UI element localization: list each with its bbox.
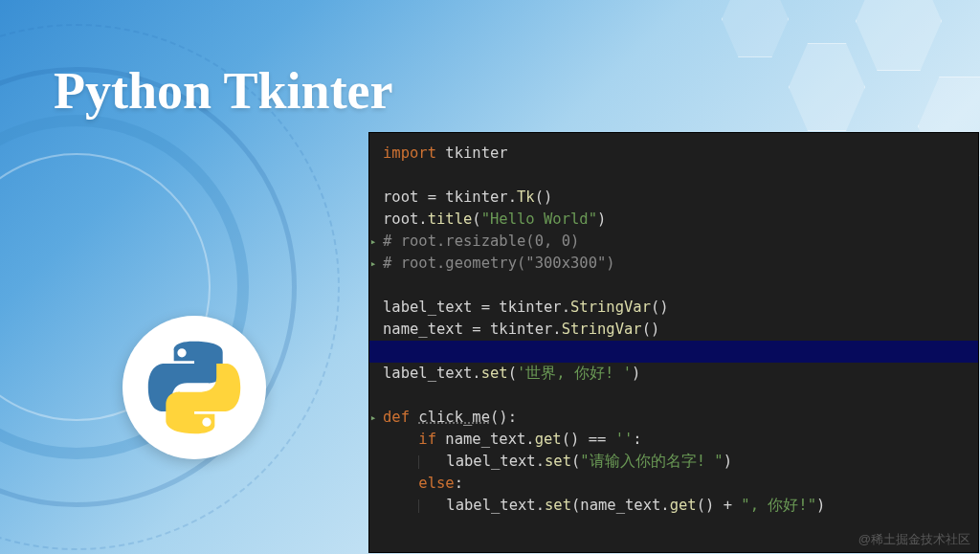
code-line: ▸def click_me():: [369, 407, 978, 429]
code-line: [369, 165, 978, 187]
python-logo-icon: [122, 316, 266, 459]
code-line: label_text = tkinter.StringVar(): [369, 297, 978, 319]
watermark-text: @稀土掘金技术社区: [858, 531, 970, 548]
code-line: if name_text.get() == '':: [369, 429, 978, 451]
hexagon-icon: [722, 0, 789, 57]
code-line: root = tkinter.Tk(): [369, 187, 978, 209]
hexagon-icon: [856, 0, 942, 71]
code-line: ▸# root.resizable(0, 0): [369, 231, 978, 253]
code-line: [369, 341, 978, 363]
code-line: label_text.set("请输入你的名字! "): [369, 451, 978, 473]
code-line: name_text = tkinter.StringVar(): [369, 319, 978, 341]
hexagon-icon: [789, 43, 865, 131]
code-line: [369, 275, 978, 297]
code-line: root.title("Hello World"): [369, 209, 978, 231]
page-title: Python Tkinter: [54, 61, 393, 121]
code-line: label_text.set(name_text.get() + ", 你好!"…: [369, 495, 978, 517]
code-line: [369, 385, 978, 407]
code-line: import tkinter: [369, 143, 978, 165]
code-line: label_text.set('世界, 你好! '): [369, 363, 978, 385]
code-line: else:: [369, 473, 978, 495]
code-editor-panel: import tkinterroot = tkinter.Tk()root.ti…: [368, 132, 979, 553]
code-line: ▸# root.geometry("300x300"): [369, 253, 978, 275]
